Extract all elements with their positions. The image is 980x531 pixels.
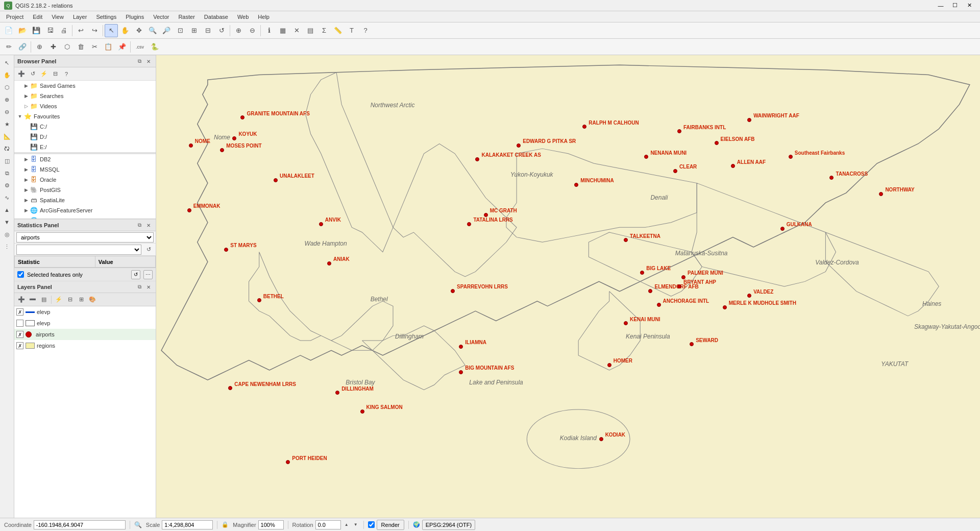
pan-button[interactable]: ✋ xyxy=(118,24,132,37)
layer-item-airports[interactable]: airports xyxy=(14,329,156,340)
side-tool-1[interactable]: ↖ xyxy=(2,57,13,68)
browser-add-button[interactable]: ➕ xyxy=(16,69,27,79)
maximize-button[interactable]: ☐ xyxy=(948,1,962,10)
expand-c[interactable] xyxy=(22,123,30,130)
print-button[interactable]: 🖨 xyxy=(57,24,70,37)
stats-button[interactable]: Σ xyxy=(317,24,331,37)
menu-plugins[interactable]: Plugins xyxy=(121,13,148,21)
side-tool-6[interactable]: ★ xyxy=(2,118,13,130)
expand-videos[interactable]: ▷ xyxy=(22,103,30,110)
select-tool-button[interactable]: ↖ xyxy=(105,24,118,37)
tree-item-c[interactable]: 💾 C:/ xyxy=(14,122,156,132)
tree-item-d[interactable]: 💾 D:/ xyxy=(14,132,156,142)
scale-input[interactable] xyxy=(162,520,213,529)
layers-open-table-button[interactable]: ▤ xyxy=(39,295,49,305)
epsg-button[interactable]: EPSG:2964 (OTF) xyxy=(422,520,475,530)
expand-spatialite[interactable]: ▶ xyxy=(22,197,30,204)
magnifier-input[interactable] xyxy=(258,520,284,529)
rotation-up-button[interactable]: ▲ xyxy=(343,522,350,528)
minimize-button[interactable]: — xyxy=(934,1,947,10)
layers-remove-button[interactable]: ➖ xyxy=(28,295,38,305)
tree-item-mssql[interactable]: ▶ 🗄 MSSQL xyxy=(14,164,156,175)
browser-tree[interactable]: ▶ 📁 Saved Games ▶ 📁 Searches ▷ 📁 Videos … xyxy=(14,81,156,219)
menu-layer[interactable]: Layer xyxy=(69,13,91,21)
tree-item-searches[interactable]: ▶ 📁 Searches xyxy=(14,91,156,101)
tree-item-favourites[interactable]: ▼ ⭐ Favourites xyxy=(14,111,156,122)
tree-item-arcgis-feature[interactable]: ▶ 🌐 ArcGisFeatureServer xyxy=(14,205,156,215)
expand-arcgis-feature[interactable]: ▶ xyxy=(22,207,30,214)
tree-item-videos[interactable]: ▷ 📁 Videos xyxy=(14,101,156,111)
layer-item-elevp-line[interactable]: elevp xyxy=(14,306,156,318)
browser-filter-button[interactable]: ⚡ xyxy=(39,69,49,79)
side-tool-7[interactable]: 📐 xyxy=(2,131,13,142)
expand-postgis[interactable]: ▶ xyxy=(22,186,30,194)
pan-map-button[interactable]: ✥ xyxy=(132,24,145,37)
open-table-button[interactable]: ▤ xyxy=(304,24,317,37)
expand-d[interactable] xyxy=(22,133,30,140)
expand-searches[interactable]: ▶ xyxy=(22,92,30,100)
side-tool-16[interactable]: ⋮ xyxy=(2,241,13,252)
zoom-in-2-button[interactable]: ⊕ xyxy=(232,24,245,37)
layer-checkbox-elevp-line[interactable] xyxy=(16,308,23,316)
side-tool-3[interactable]: ⬡ xyxy=(2,82,13,93)
new-project-button[interactable]: 📄 xyxy=(2,24,15,37)
side-tool-11[interactable]: ⚙ xyxy=(2,180,13,191)
window-controls[interactable]: — ☐ ✕ xyxy=(934,1,976,10)
side-tool-12[interactable]: ∿ xyxy=(2,192,13,203)
layers-float-button[interactable]: ⧉ xyxy=(135,283,143,291)
expand-favourites[interactable]: ▼ xyxy=(16,113,23,120)
menu-database[interactable]: Database xyxy=(200,13,232,21)
save-project-button[interactable]: 💾 xyxy=(30,24,43,37)
undo-button[interactable]: ↩ xyxy=(74,24,87,37)
layer-item-elevp[interactable]: elevp xyxy=(14,318,156,329)
tree-item-e[interactable]: 💾 E:/ xyxy=(14,142,156,152)
stats-col-statistic[interactable]: Statistic xyxy=(15,256,95,268)
close-button[interactable]: ✕ xyxy=(963,1,976,10)
zoom-out-button[interactable]: 🔎 xyxy=(160,24,173,37)
browser-close-button[interactable]: ✕ xyxy=(144,57,153,65)
side-tool-15[interactable]: ◎ xyxy=(2,229,13,240)
stats-field-select[interactable] xyxy=(16,245,141,255)
side-tool-5[interactable]: ⊖ xyxy=(2,106,13,117)
selected-features-checkbox[interactable] xyxy=(17,271,24,278)
tree-item-db2[interactable]: ▶ 🗄 DB2 xyxy=(14,154,156,164)
zoom-in-button[interactable]: 🔍 xyxy=(146,24,159,37)
stats-copy-button[interactable]: ↺ xyxy=(131,270,140,279)
cut-features-button[interactable]: ✂ xyxy=(88,40,101,54)
stats-col-value[interactable]: Value xyxy=(95,256,155,268)
menu-help[interactable]: Help xyxy=(254,13,274,21)
layers-style-button[interactable]: 🎨 xyxy=(87,295,97,305)
browser-float-button[interactable]: ⧉ xyxy=(135,57,143,65)
side-tool-14[interactable]: ▼ xyxy=(2,216,13,228)
zoom-selection-button[interactable]: ⊟ xyxy=(201,24,214,37)
save-as-button[interactable]: 🖫 xyxy=(43,24,57,37)
side-tool-13[interactable]: ▲ xyxy=(2,204,13,215)
delete-selected-button[interactable]: 🗑 xyxy=(74,40,87,54)
refresh-button[interactable]: ↺ xyxy=(215,24,228,37)
side-tool-4[interactable]: ⊕ xyxy=(2,94,13,105)
menu-view[interactable]: View xyxy=(47,13,68,21)
coordinate-input[interactable] xyxy=(34,520,126,529)
expand-e[interactable] xyxy=(22,143,30,151)
csv-button[interactable]: .csv xyxy=(132,40,148,54)
layer-item-regions[interactable]: regions xyxy=(14,340,156,351)
tips-button[interactable]: ? xyxy=(359,24,372,37)
digitize-button[interactable]: ✏ xyxy=(2,40,15,54)
browser-panel-controls[interactable]: ⧉ ✕ xyxy=(135,57,153,65)
render-checkbox[interactable] xyxy=(368,521,375,528)
rotation-input[interactable] xyxy=(315,520,341,529)
map-area[interactable]: .region-border { stroke: #888; stroke-wi… xyxy=(156,55,980,518)
tree-item-oracle[interactable]: ▶ 🗄 Oracle xyxy=(14,175,156,185)
menu-settings[interactable]: Settings xyxy=(92,13,120,21)
stats-close-button[interactable]: ✕ xyxy=(144,221,153,229)
open-project-button[interactable]: 📂 xyxy=(16,24,29,37)
browser-help-button[interactable]: ? xyxy=(61,69,71,79)
deselect-button[interactable]: ✕ xyxy=(290,24,303,37)
side-tool-8[interactable]: 🗘 xyxy=(2,143,13,154)
paste-features-button[interactable]: 📌 xyxy=(115,40,129,54)
python-button[interactable]: 🐍 xyxy=(148,40,161,54)
expand-db2[interactable]: ▶ xyxy=(22,156,30,163)
side-tool-9[interactable]: ◫ xyxy=(2,155,13,166)
menu-vector[interactable]: Vector xyxy=(149,13,173,21)
layers-expand-button[interactable]: ⊞ xyxy=(76,295,86,305)
